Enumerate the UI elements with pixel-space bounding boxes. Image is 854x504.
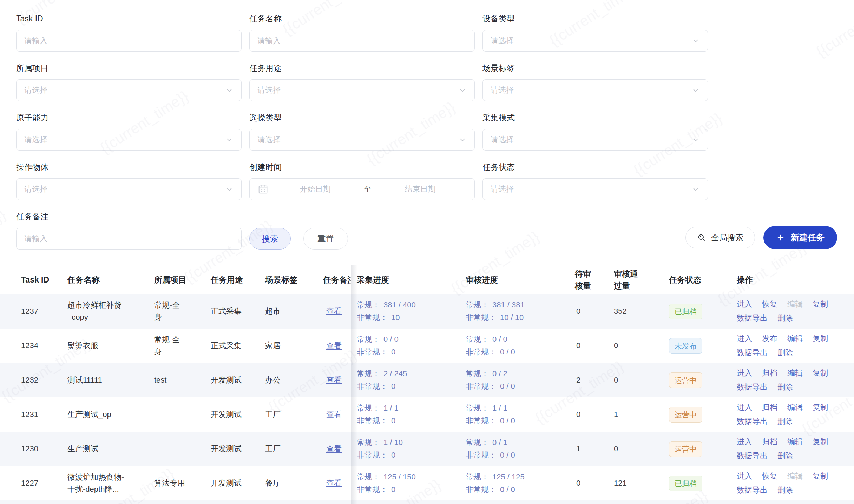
- action-edit-link[interactable]: 编辑: [787, 402, 803, 413]
- start-date-placeholder: 开始日期: [269, 184, 362, 194]
- cell-scene-tag: 餐厅: [265, 466, 311, 500]
- select-placeholder: 请选择: [491, 184, 514, 194]
- action-archive-link[interactable]: 归档: [762, 368, 777, 378]
- device-type-select[interactable]: 请选择: [482, 30, 708, 52]
- action-archive-link[interactable]: 归档: [762, 437, 777, 447]
- cell-scene-tag: 工厂: [265, 432, 311, 466]
- action-copy-link[interactable]: 复制: [813, 368, 828, 378]
- action-copy-link[interactable]: 复制: [813, 402, 828, 413]
- reset-button[interactable]: 重置: [303, 228, 348, 250]
- task-status-select[interactable]: 请选择: [482, 178, 708, 200]
- action-restore-link[interactable]: 恢复: [762, 299, 777, 310]
- cell-project: [154, 432, 186, 466]
- table-row: 1230 生产测试 开发测试 工厂 查看 常规：1 / 10 非常规：0 常规：…: [0, 432, 854, 466]
- action-delete-link[interactable]: 删除: [777, 451, 793, 461]
- cell-task-id: 1227: [21, 466, 60, 500]
- create-time-range-picker[interactable]: 开始日期 至 结束日期: [249, 178, 475, 200]
- action-archive-link[interactable]: 归档: [762, 402, 777, 413]
- action-enter-link[interactable]: 进入: [737, 299, 752, 310]
- select-placeholder: 请选择: [491, 85, 514, 95]
- action-enter-link[interactable]: 进入: [737, 437, 752, 447]
- view-remark-link[interactable]: 查看: [326, 375, 342, 385]
- global-search-button[interactable]: 全局搜索: [685, 227, 755, 248]
- table-header-row: Task ID 任务名称 所属项目 任务用途 场景标签 任务备注 采集进度 审核…: [0, 265, 854, 294]
- filter-label-operate-object: 操作物体: [16, 163, 242, 172]
- operate-object-select[interactable]: 请选择: [16, 178, 242, 200]
- action-enter-link[interactable]: 进入: [737, 368, 752, 378]
- view-remark-link[interactable]: 查看: [326, 478, 342, 489]
- action-edit-link[interactable]: 编辑: [787, 299, 803, 310]
- action-copy-link[interactable]: 复制: [813, 333, 828, 344]
- cell-scene-tag: 家居: [265, 329, 311, 363]
- cell-pending-count: 0: [576, 294, 604, 329]
- end-date-placeholder: 结束日期: [374, 184, 467, 194]
- cell-scene-tag: 工厂: [265, 397, 311, 432]
- next-row-partial: [0, 500, 854, 504]
- filter-field-task-status: 任务状态 请选择: [482, 163, 708, 200]
- action-export-link[interactable]: 数据导出: [737, 485, 768, 496]
- filter-field-device-type: 设备类型 请选择: [482, 14, 708, 52]
- action-export-link[interactable]: 数据导出: [737, 451, 768, 461]
- action-delete-link[interactable]: 删除: [777, 382, 793, 392]
- action-export-link[interactable]: 数据导出: [737, 313, 768, 324]
- action-enter-link[interactable]: 进入: [737, 402, 752, 413]
- view-remark-link[interactable]: 查看: [326, 444, 342, 454]
- cell-task-id: 1230: [21, 432, 60, 466]
- header-task-status: 任务状态: [669, 265, 725, 294]
- search-button[interactable]: 搜索: [249, 228, 291, 250]
- action-copy-link[interactable]: 复制: [813, 299, 828, 310]
- action-edit-link[interactable]: 编辑: [787, 437, 803, 447]
- action-enter-link[interactable]: 进入: [737, 333, 752, 344]
- chevron-down-icon: [691, 86, 700, 94]
- action-edit-link[interactable]: 编辑: [787, 333, 803, 344]
- filter-label-task-id: Task ID: [16, 14, 242, 23]
- action-edit-link[interactable]: 编辑: [787, 471, 803, 482]
- action-edit-link[interactable]: 编辑: [787, 368, 803, 378]
- cell-task-name: 生产测试_op: [67, 397, 143, 432]
- cell-task-name: 测试11111: [67, 363, 143, 397]
- task-id-input[interactable]: [16, 30, 242, 52]
- view-remark-link[interactable]: 查看: [326, 306, 342, 317]
- action-export-link[interactable]: 数据导出: [737, 347, 768, 358]
- header-task-remark: 任务备注: [323, 265, 351, 294]
- cell-purpose: 开发测试: [211, 363, 260, 397]
- action-export-link[interactable]: 数据导出: [737, 382, 768, 392]
- project-select[interactable]: 请选择: [16, 79, 242, 101]
- create-task-button[interactable]: 新建任务: [763, 226, 837, 249]
- action-delete-link[interactable]: 删除: [777, 485, 793, 496]
- cell-collect-progress: 常规：1 / 1 非常规：0: [357, 397, 462, 432]
- chevron-down-icon: [458, 135, 467, 144]
- cell-project: 常规-全身: [154, 294, 186, 329]
- purpose-select[interactable]: 请选择: [249, 79, 475, 101]
- action-delete-link[interactable]: 删除: [777, 313, 793, 324]
- action-enter-link[interactable]: 进入: [737, 471, 752, 482]
- atomic-ability-select[interactable]: 请选择: [16, 129, 242, 151]
- scene-tag-select[interactable]: 请选择: [482, 79, 708, 101]
- cell-project: 算法专用: [154, 466, 186, 500]
- action-copy-link[interactable]: 复制: [813, 471, 828, 482]
- action-delete-link[interactable]: 删除: [777, 347, 793, 358]
- action-copy-link[interactable]: 复制: [813, 437, 828, 447]
- table-row: 1227 微波炉加热食物- 干扰-depth降... 算法专用 开发测试 餐厅 …: [0, 466, 854, 500]
- collect-mode-select[interactable]: 请选择: [482, 129, 708, 151]
- cell-task-name: 微波炉加热食物- 干扰-depth降...: [67, 466, 143, 500]
- select-placeholder: 请选择: [24, 85, 47, 95]
- task-name-input[interactable]: [249, 30, 475, 52]
- header-project: 所属项目: [154, 265, 186, 294]
- action-restore-link[interactable]: 恢复: [762, 471, 777, 482]
- cell-purpose: 开发测试: [211, 432, 260, 466]
- status-badge: 已归档: [669, 304, 702, 319]
- action-publish-link[interactable]: 发布: [762, 333, 777, 344]
- teleop-type-select[interactable]: 请选择: [249, 129, 475, 151]
- action-export-link[interactable]: 数据导出: [737, 416, 768, 427]
- task-remark-input[interactable]: [16, 228, 242, 250]
- cell-scene-tag: 超市: [265, 294, 311, 329]
- view-remark-link[interactable]: 查看: [326, 409, 342, 420]
- cell-pending-count: 0: [576, 329, 604, 363]
- view-remark-link[interactable]: 查看: [326, 340, 342, 351]
- cell-actions: 进入 恢复 编辑 复制 数据导出 删除: [737, 294, 838, 329]
- cell-actions: 进入 归档 编辑 复制 数据导出 删除: [737, 363, 838, 397]
- cell-approved-count: 0: [614, 363, 652, 397]
- action-delete-link[interactable]: 删除: [777, 416, 793, 427]
- filter-panel: Task ID 任务名称 设备类型 请选择 所属项目 请选择 任务用途 请选择 …: [16, 14, 708, 250]
